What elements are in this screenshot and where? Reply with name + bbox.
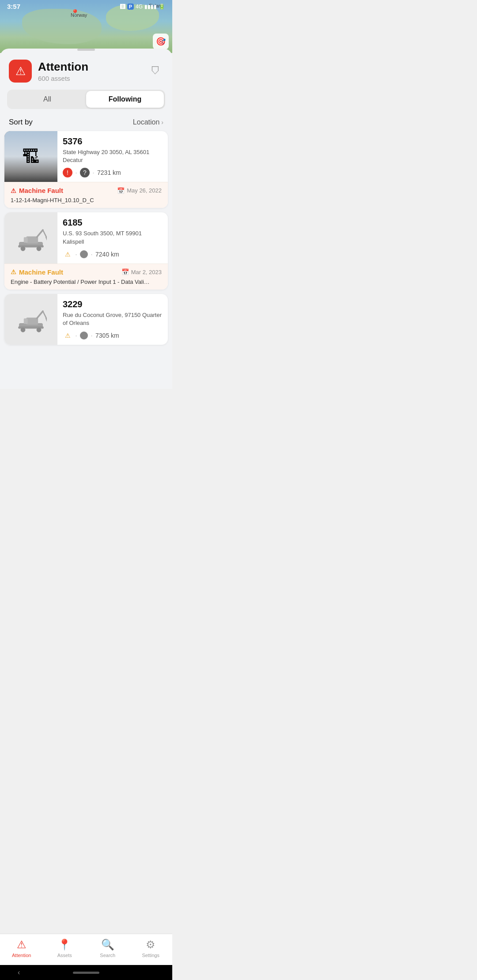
battery-icon: 🔋 (159, 4, 165, 10)
asset-card[interactable]: 5376 State Highway 20 3050, AL 35601 Dec… (4, 131, 168, 208)
chevron-right-icon: › (161, 119, 163, 126)
tab-all[interactable]: All (8, 91, 86, 108)
asset-id: 6185 (63, 218, 163, 228)
parking-icon: P (127, 4, 134, 10)
card-fault: ⚠ Machine Fault 📅 Mar 2, 2023 Engine - B… (4, 264, 168, 290)
fault-date-text: May 26, 2022 (127, 187, 162, 194)
attention-triangle-icon: ⚠ (15, 64, 26, 78)
excavator-icon (4, 212, 57, 263)
fault-code: 1-12-14-Magni-HTH_10.10_D_C (11, 197, 162, 204)
fault-header: ⚠ Machine Fault 📅 Mar 2, 2023 (11, 268, 162, 276)
status-grey-icon (80, 250, 88, 258)
page-title: Attention (38, 60, 88, 74)
status-question-icon: ? (80, 168, 90, 177)
dot-sep2: · (92, 169, 95, 177)
svg-line-15 (37, 311, 43, 318)
fault-label: ⚠ Machine Fault (11, 268, 63, 276)
asset-image (4, 294, 57, 345)
asset-card[interactable]: 6185 U.S. 93 South 3500, MT 59901 Kalisp… (4, 212, 168, 289)
asset-count-label: 600 assets (38, 75, 88, 82)
attention-icon-box: ⚠ (9, 60, 32, 83)
dot-sep2: · (91, 332, 93, 339)
card-info: 6185 U.S. 93 South 3500, MT 59901 Kalisp… (57, 212, 168, 263)
asset-address: Rue du Coconut Grove, 97150 Quarter of O… (63, 311, 163, 327)
filter-button[interactable]: ⛉ (148, 63, 163, 79)
status-bar: 3:57 🅱 P 4G ▮▮▮▮ 🔋 (0, 0, 172, 12)
fault-header: ⚠ Machine Fault 📅 May 26, 2022 (11, 187, 162, 194)
fault-label-text: Machine Fault (19, 268, 63, 276)
fault-date: 📅 Mar 2, 2023 (121, 268, 162, 275)
distance-text: 7240 km (95, 251, 119, 258)
svg-point-3 (37, 246, 42, 251)
status-row: ⚠ · · 7240 km (63, 249, 163, 259)
crane-photo (4, 131, 57, 182)
fault-warn-icon: ⚠ (11, 187, 16, 194)
filter-icon: ⛉ (151, 65, 160, 77)
svg-point-12 (37, 328, 42, 332)
svg-line-17 (46, 319, 47, 325)
sheet-handle (77, 49, 95, 51)
header-text: Attention 600 assets (38, 60, 88, 82)
fault-calendar-icon: 📅 (117, 187, 125, 194)
sort-value-button[interactable]: Location › (133, 118, 163, 126)
dot-sep: · (75, 250, 77, 258)
excavator-icon (4, 294, 57, 345)
sort-value-text: Location (133, 118, 160, 126)
asset-image (4, 212, 57, 263)
status-warning-icon: ⚠ (63, 249, 72, 259)
sheet-header: ⚠ Attention 600 assets ⛉ (0, 56, 172, 90)
status-row: ⚠ · · 7305 km (63, 331, 163, 340)
status-grey-icon (80, 332, 88, 339)
status-error-icon: ! (63, 168, 72, 177)
card-top: 5376 State Highway 20 3050, AL 35601 Dec… (4, 131, 168, 182)
asset-id: 3229 (63, 299, 163, 309)
asset-address: State Highway 20 3050, AL 35601 Decatur (63, 148, 163, 164)
card-top: 6185 U.S. 93 South 3500, MT 59901 Kalisp… (4, 212, 168, 263)
svg-line-6 (37, 230, 43, 237)
tab-group: All Following (7, 90, 165, 109)
dot-sep2: · (91, 250, 93, 258)
asset-card[interactable]: 3229 Rue du Coconut Grove, 97150 Quarter… (4, 294, 168, 345)
svg-rect-5 (24, 237, 28, 243)
fault-label: ⚠ Machine Fault (11, 187, 63, 194)
bottom-sheet: ⚠ Attention 600 assets ⛉ All Following S… (0, 49, 172, 389)
fault-warn-icon: ⚠ (11, 268, 16, 275)
status-warning-icon: ⚠ (63, 331, 72, 340)
svg-point-2 (21, 246, 26, 251)
fault-date-text: Mar 2, 2023 (131, 269, 162, 275)
fault-calendar-icon: 📅 (121, 268, 129, 275)
distance-text: 7305 km (95, 332, 119, 339)
status-time: 3:57 (7, 3, 20, 10)
dot-sep: · (75, 332, 77, 339)
bluetooth-icon: 🅱 (120, 4, 125, 10)
network-label: 4G (136, 4, 143, 10)
fault-label-text: Machine Fault (19, 187, 63, 194)
card-info: 3229 Rue du Coconut Grove, 97150 Quarter… (57, 294, 168, 345)
fault-code: Engine - Battery Potential / Power Input… (11, 279, 162, 285)
signal-icon: ▮▮▮▮ (144, 4, 157, 10)
header-left: ⚠ Attention 600 assets (9, 60, 88, 83)
sort-label: Sort by (9, 118, 33, 127)
sort-bar: Sort by Location › (0, 116, 172, 131)
asset-id: 5376 (63, 136, 163, 147)
svg-rect-14 (24, 319, 28, 324)
card-fault: ⚠ Machine Fault 📅 May 26, 2022 1-12-14-M… (4, 182, 168, 208)
asset-image (4, 131, 57, 182)
status-icons: 🅱 P 4G ▮▮▮▮ 🔋 (120, 4, 165, 10)
distance-text: 7231 km (97, 169, 121, 176)
dot-sep: · (75, 169, 77, 177)
svg-line-8 (46, 237, 47, 244)
status-row: ! · ? · 7231 km (63, 168, 163, 177)
svg-point-11 (21, 328, 26, 332)
tab-following[interactable]: Following (86, 91, 164, 108)
gps-icon: 🎯 (156, 37, 166, 46)
asset-cards-list: 5376 State Highway 20 3050, AL 35601 Dec… (0, 131, 172, 345)
card-info: 5376 State Highway 20 3050, AL 35601 Dec… (57, 131, 168, 182)
fault-date: 📅 May 26, 2022 (117, 187, 162, 194)
gps-center-button[interactable]: 🎯 (153, 34, 169, 49)
card-top: 3229 Rue du Coconut Grove, 97150 Quarter… (4, 294, 168, 345)
asset-address: U.S. 93 South 3500, MT 59901 Kalispell (63, 230, 163, 245)
